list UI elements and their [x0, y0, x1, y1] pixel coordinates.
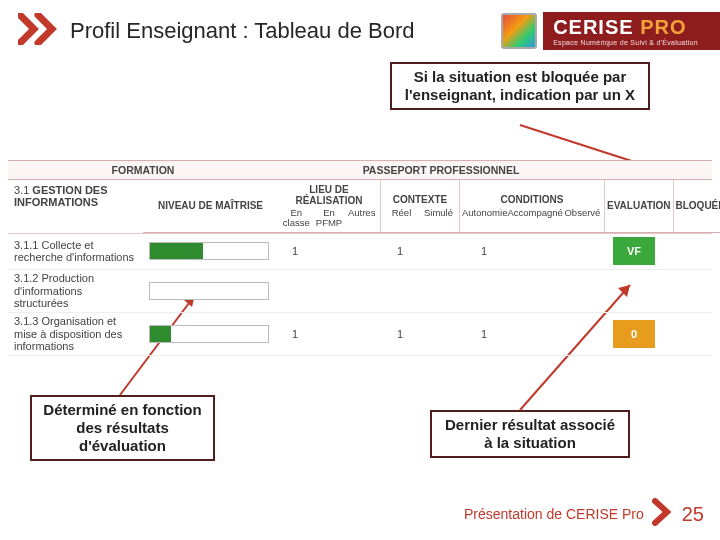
col-group-lieu: LIEU DE RÉALISATION En classe En PFMP Au…	[278, 180, 380, 232]
footer-text: Présentation de CERISE Pro	[464, 506, 644, 522]
row-mastery-bar	[143, 282, 278, 300]
table-row: 3.1.1 Collecte et recherche d'informatio…	[8, 234, 712, 270]
chevron-icon	[652, 498, 674, 530]
brand-name-b: PRO	[634, 16, 687, 38]
eval-badge: 0	[613, 320, 655, 348]
cell-autonomie: 1	[460, 328, 508, 340]
row-label: 3.1.2 Production d'informations structur…	[8, 270, 143, 312]
cell-evaluation	[604, 288, 664, 294]
cell-en-classe: 1	[278, 328, 312, 340]
section-row: 3.1 GESTION DES INFORMATIONS NIVEAU DE M…	[8, 180, 712, 234]
section-label: 3.1 GESTION DES INFORMATIONS	[8, 180, 143, 233]
row-mastery-bar	[143, 325, 278, 343]
col-ctx-sim: Simulé	[420, 207, 457, 218]
cell-reel: 1	[380, 245, 420, 257]
col-group-conditions: CONDITIONS Autonomie Accompagné Observé	[460, 180, 604, 232]
col-group-contexte: CONTEXTE Réel Simulé	[380, 180, 460, 232]
brand-name-a: CERISE	[553, 16, 633, 38]
eval-badge: VF	[613, 237, 655, 265]
col-ctx-reel: Réel	[383, 207, 420, 218]
col-niveau: NIVEAU DE MAÎTRISE	[143, 180, 278, 232]
table-row: 3.1.2 Production d'informations structur…	[8, 270, 712, 313]
col-group-formation: FORMATION	[8, 161, 278, 179]
page-title: Profil Enseignant : Tableau de Bord	[70, 18, 415, 44]
row-label: 3.1.3 Organisation et mise à disposition…	[8, 313, 143, 355]
table-row: 3.1.3 Organisation et mise à disposition…	[8, 313, 712, 356]
row-label: 3.1.1 Collecte et recherche d'informatio…	[8, 237, 143, 266]
brand-mark-icon	[501, 13, 537, 49]
brand-subtitle: Espace Numérique de Suivi & d'Évaluation	[553, 39, 698, 46]
table-header-groups: FORMATION PASSEPORT PROFESSIONNEL	[8, 160, 712, 180]
brand-logo: CERISE PRO Espace Numérique de Suivi & d…	[501, 12, 720, 50]
col-lieu-en: En classe	[280, 208, 313, 228]
page-number: 25	[682, 503, 704, 526]
header: Profil Enseignant : Tableau de Bord CERI…	[0, 0, 720, 56]
footer: Présentation de CERISE Pro 25	[464, 498, 704, 530]
cell-autonomie: 1	[460, 245, 508, 257]
col-bloquee: BLOQUÉE	[673, 180, 720, 232]
cell-reel: 1	[380, 328, 420, 340]
cell-evaluation: 0	[604, 317, 664, 351]
callout-blocked: Si la situation est bloquée par l'enseig…	[390, 62, 650, 110]
col-cond-acc: Accompagné	[507, 207, 562, 218]
col-cond-obs: Observé	[563, 207, 602, 218]
col-lieu-pfmp: En PFMP	[313, 208, 346, 228]
col-group-passport: PASSEPORT PROFESSIONNEL	[278, 161, 604, 179]
row-mastery-bar	[143, 242, 278, 260]
double-chevron-icon	[18, 13, 62, 49]
callout-last-result: Dernier résultat associé à la situation	[430, 410, 630, 458]
col-evaluation: EVALUATION	[604, 180, 673, 232]
dashboard-table: FORMATION PASSEPORT PROFESSIONNEL 3.1 GE…	[8, 160, 712, 356]
callout-determined: Déterminé en fonction des résultats d'év…	[30, 395, 215, 461]
cell-en-classe: 1	[278, 245, 312, 257]
col-cond-auto: Autonomie	[462, 207, 507, 218]
cell-evaluation: VF	[604, 234, 664, 268]
col-lieu-autres: Autres	[345, 208, 378, 228]
